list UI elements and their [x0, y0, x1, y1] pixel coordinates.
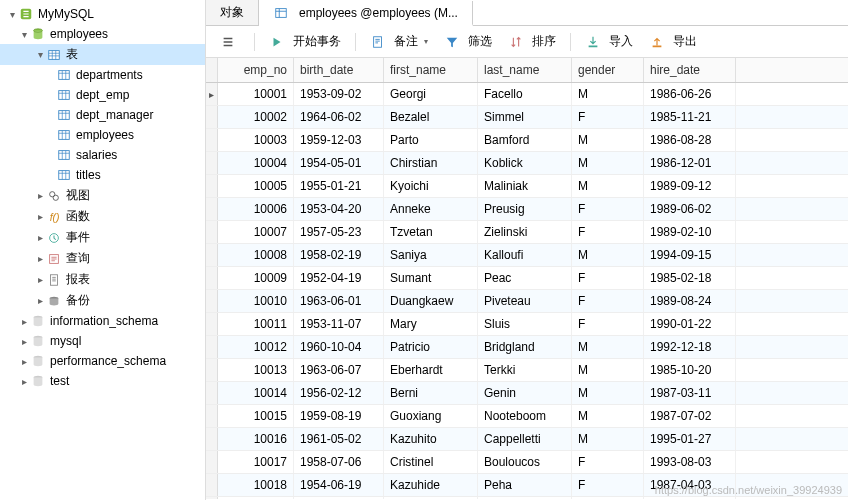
cell-hire-date[interactable]: 1994-09-15 [644, 244, 736, 266]
tree-table-item[interactable]: salaries [0, 145, 205, 165]
tree-database-sibling[interactable]: ▸mysql [0, 331, 205, 351]
tree-backups[interactable]: ▸ 备份 [0, 290, 205, 311]
filter-button[interactable]: 筛选 [438, 30, 498, 53]
cell-hire-date[interactable]: 1989-08-24 [644, 290, 736, 312]
tree-connection[interactable]: ▾ MyMySQL [0, 4, 205, 24]
cell-emp-no[interactable]: 10008 [218, 244, 294, 266]
grid-body[interactable]: ▸100011953-09-02GeorgiFacelloM1986-06-26… [206, 83, 848, 499]
tree-functions[interactable]: ▸ f() 函数 [0, 206, 205, 227]
cell-hire-date[interactable]: 1986-12-01 [644, 152, 736, 174]
cell-emp-no[interactable]: 10011 [218, 313, 294, 335]
cell-birth-date[interactable]: 1961-05-02 [294, 428, 384, 450]
cell-emp-no[interactable]: 10010 [218, 290, 294, 312]
cell-emp-no[interactable]: 10001 [218, 83, 294, 105]
cell-hire-date[interactable]: 1995-01-27 [644, 428, 736, 450]
cell-first-name[interactable]: Duangkaew [384, 290, 478, 312]
tab-data[interactable]: employees @employees (M... [259, 1, 473, 26]
cell-first-name[interactable]: Parto [384, 129, 478, 151]
cell-gender[interactable]: F [572, 313, 644, 335]
cell-emp-no[interactable]: 10012 [218, 336, 294, 358]
cell-emp-no[interactable]: 10015 [218, 405, 294, 427]
cell-last-name[interactable]: Nooteboom [478, 405, 572, 427]
col-gender[interactable]: gender [572, 58, 644, 82]
cell-birth-date[interactable]: 1953-04-20 [294, 198, 384, 220]
table-row[interactable]: ▸100011953-09-02GeorgiFacelloM1986-06-26 [206, 83, 848, 106]
cell-birth-date[interactable]: 1958-07-06 [294, 451, 384, 473]
cell-emp-no[interactable]: 10002 [218, 106, 294, 128]
cell-first-name[interactable]: Georgi [384, 83, 478, 105]
cell-birth-date[interactable]: 1964-06-02 [294, 106, 384, 128]
cell-hire-date[interactable]: 1986-06-26 [644, 83, 736, 105]
cell-gender[interactable]: M [572, 175, 644, 197]
cell-last-name[interactable]: Maliniak [478, 175, 572, 197]
cell-last-name[interactable]: Piveteau [478, 290, 572, 312]
cell-birth-date[interactable]: 1953-09-02 [294, 83, 384, 105]
table-row[interactable]: 100171958-07-06CristinelBouloucosF1993-0… [206, 451, 848, 474]
tree-table-item[interactable]: employees [0, 125, 205, 145]
cell-last-name[interactable]: Bouloucos [478, 451, 572, 473]
tree-database[interactable]: ▾ employees [0, 24, 205, 44]
cell-gender[interactable]: F [572, 221, 644, 243]
cell-hire-date[interactable]: 1989-06-02 [644, 198, 736, 220]
cell-emp-no[interactable]: 10014 [218, 382, 294, 404]
cell-emp-no[interactable]: 10005 [218, 175, 294, 197]
cell-gender[interactable]: M [572, 244, 644, 266]
tree-table-item[interactable]: dept_emp [0, 85, 205, 105]
cell-hire-date[interactable]: 1985-10-20 [644, 359, 736, 381]
cell-emp-no[interactable]: 10004 [218, 152, 294, 174]
cell-last-name[interactable]: Haddadi [478, 497, 572, 499]
tree-table-item[interactable]: dept_manager [0, 105, 205, 125]
cell-hire-date[interactable]: 1985-11-21 [644, 106, 736, 128]
tree-database-sibling[interactable]: ▸information_schema [0, 311, 205, 331]
cell-birth-date[interactable]: 1953-01-23 [294, 497, 384, 499]
table-row[interactable]: 100191953-01-23LillianHaddadiM1999-04-30 [206, 497, 848, 499]
cell-first-name[interactable]: Cristinel [384, 451, 478, 473]
cell-gender[interactable]: F [572, 474, 644, 496]
table-row[interactable]: 100041954-05-01ChirstianKoblickM1986-12-… [206, 152, 848, 175]
cell-hire-date[interactable]: 1987-03-11 [644, 382, 736, 404]
cell-birth-date[interactable]: 1959-12-03 [294, 129, 384, 151]
cell-first-name[interactable]: Lillian [384, 497, 478, 499]
cell-gender[interactable]: F [572, 198, 644, 220]
cell-hire-date[interactable]: 1987-07-02 [644, 405, 736, 427]
tab-objects[interactable]: 对象 [206, 0, 259, 25]
cell-emp-no[interactable]: 10006 [218, 198, 294, 220]
cell-birth-date[interactable]: 1955-01-21 [294, 175, 384, 197]
cell-birth-date[interactable]: 1957-05-23 [294, 221, 384, 243]
table-row[interactable]: 100111953-11-07MarySluisF1990-01-22 [206, 313, 848, 336]
cell-hire-date[interactable]: 1989-02-10 [644, 221, 736, 243]
cell-hire-date[interactable]: 1986-08-28 [644, 129, 736, 151]
tree-events[interactable]: ▸ 事件 [0, 227, 205, 248]
cell-last-name[interactable]: Facello [478, 83, 572, 105]
cell-gender[interactable]: F [572, 267, 644, 289]
cell-gender[interactable]: F [572, 451, 644, 473]
cell-birth-date[interactable]: 1954-05-01 [294, 152, 384, 174]
cell-first-name[interactable]: Chirstian [384, 152, 478, 174]
sort-button[interactable]: 排序 [502, 30, 562, 53]
cell-gender[interactable]: M [572, 152, 644, 174]
table-row[interactable]: 100131963-06-07EberhardtTerkkiM1985-10-2… [206, 359, 848, 382]
cell-emp-no[interactable]: 10003 [218, 129, 294, 151]
cell-birth-date[interactable]: 1958-02-19 [294, 244, 384, 266]
cell-gender[interactable]: M [572, 336, 644, 358]
menu-button[interactable] [214, 31, 246, 53]
cell-last-name[interactable]: Kalloufi [478, 244, 572, 266]
cell-last-name[interactable]: Bamford [478, 129, 572, 151]
cell-gender[interactable]: F [572, 290, 644, 312]
table-row[interactable]: 100161961-05-02KazuhitoCappellettiM1995-… [206, 428, 848, 451]
cell-birth-date[interactable]: 1963-06-01 [294, 290, 384, 312]
cell-hire-date[interactable]: 1987-04-03 [644, 474, 736, 496]
col-hire-date[interactable]: hire_date [644, 58, 736, 82]
memo-button[interactable]: 备注▾ [364, 30, 434, 53]
cell-birth-date[interactable]: 1954-06-19 [294, 474, 384, 496]
cell-first-name[interactable]: Patricio [384, 336, 478, 358]
cell-first-name[interactable]: Tzvetan [384, 221, 478, 243]
cell-first-name[interactable]: Guoxiang [384, 405, 478, 427]
cell-first-name[interactable]: Eberhardt [384, 359, 478, 381]
cell-hire-date[interactable]: 1993-08-03 [644, 451, 736, 473]
cell-gender[interactable]: M [572, 497, 644, 499]
table-row[interactable]: 100181954-06-19KazuhidePehaF1987-04-03 [206, 474, 848, 497]
table-row[interactable]: 100091952-04-19SumantPeacF1985-02-18 [206, 267, 848, 290]
table-row[interactable]: 100051955-01-21KyoichiMaliniakM1989-09-1… [206, 175, 848, 198]
cell-last-name[interactable]: Bridgland [478, 336, 572, 358]
